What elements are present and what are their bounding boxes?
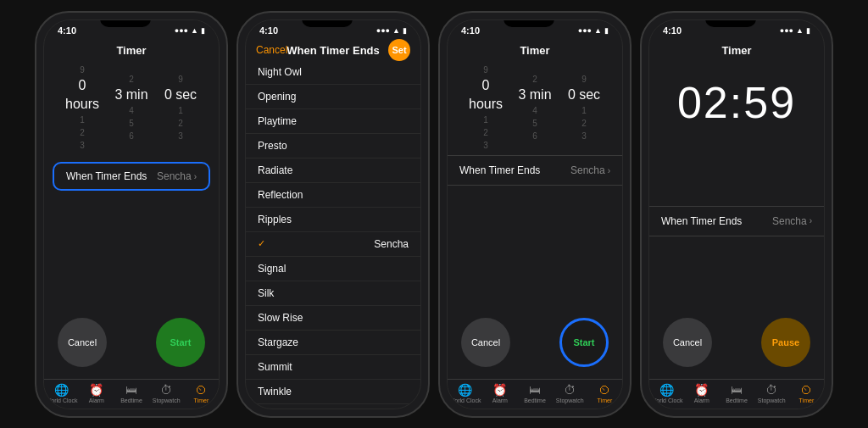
list-item-ripples[interactable]: Ripples (246, 208, 420, 232)
phone-4: 4:10 ●●● ▲ ▮ Timer 02:59 When Timer Ends… (640, 11, 833, 418)
tab-alarm-3[interactable]: ⏰ Alarm (482, 383, 517, 403)
status-bar-1: 4:10 ●●● ▲ ▮ (44, 20, 219, 39)
stopwatch-icon-4: ⏱ (765, 383, 777, 397)
battery-icon-4: ▮ (806, 26, 810, 35)
tab-timer-1[interactable]: ⏲ Timer (184, 383, 219, 403)
tab-bedtime-3[interactable]: 🛏 Bedtime (517, 383, 552, 403)
battery-icon-3: ▮ (604, 26, 609, 35)
phones-container: 4:10 ●●● ▲ ▮ Timer 9 0 hours 1 2 3 (0, 0, 868, 428)
timer-ends-row-1[interactable]: When Timer Ends Sencha › (53, 162, 210, 191)
list-item-night-owl[interactable]: Night Owl (246, 60, 420, 85)
list-item-reflection[interactable]: Reflection (246, 183, 420, 208)
buttons-area-1: Cancel Start (44, 306, 219, 379)
buttons-area-4: Cancel Pause (649, 306, 824, 379)
tab-stopwatch-3[interactable]: ⏱ Stopwatch (553, 383, 587, 403)
tab-alarm-4[interactable]: ⏰ Alarm (684, 383, 719, 403)
tab-alarm-label-3: Alarm (492, 397, 508, 403)
world-clock-icon-4: 🌐 (659, 383, 674, 397)
status-icons-3: ●●● ▲ ▮ (578, 26, 609, 35)
tab-stopwatch-1[interactable]: ⏱ Stopwatch (149, 383, 184, 403)
cancel-button-4[interactable]: Cancel (663, 318, 712, 367)
timer-ends-row-3[interactable]: When Timer Ends Sencha › (448, 155, 622, 186)
tab-bar-1: 🌐 World Clock ⏰ Alarm 🛏 Bedtime ⏱ Stopwa… (44, 379, 219, 409)
bedtime-icon-4: 🛏 (731, 383, 743, 397)
alarm-icon-4: ⏰ (694, 383, 709, 397)
cancel-button-3[interactable]: Cancel (461, 318, 510, 367)
chevron-icon-4: › (810, 216, 812, 225)
nav-cancel-2[interactable]: Cancel (256, 44, 287, 56)
world-clock-icon-3: 🌐 (458, 383, 472, 397)
timer-icon-1: ⏲ (195, 383, 207, 397)
tab-alarm-1[interactable]: ⏰ Alarm (79, 383, 114, 403)
list-item-uplift[interactable]: Uplift (246, 404, 420, 409)
bedtime-icon-3: 🛏 (529, 383, 541, 397)
chevron-icon-3: › (608, 166, 610, 175)
list-item-presto[interactable]: Presto (246, 134, 420, 158)
list-item-signal[interactable]: Signal (246, 257, 420, 281)
stopwatch-icon-3: ⏱ (564, 383, 576, 397)
wifi-icon-3: ▲ (594, 26, 602, 35)
picker-col-hours-1[interactable]: 9 0 hours 1 2 3 (61, 64, 103, 153)
list-item-stargaze[interactable]: Stargaze (246, 331, 420, 355)
list-item-sencha[interactable]: ✓ Sencha (246, 232, 420, 257)
timer-ends-value-3: Sencha › (570, 164, 610, 176)
status-time-4: 4:10 (663, 25, 682, 36)
tab-bedtime-4[interactable]: 🛏 Bedtime (719, 383, 754, 403)
phone-3: 4:10 ●●● ▲ ▮ Timer 9 0 hours 1 2 3 (438, 11, 632, 418)
list-item-silk[interactable]: Silk (246, 281, 420, 306)
battery-icon: ▮ (201, 26, 205, 35)
list-area-2: Night Owl Opening Playtime Presto Radiat… (246, 60, 420, 409)
tab-stopwatch-label-1: Stopwatch (153, 397, 181, 403)
buttons-area-3: Cancel Start (448, 306, 622, 379)
status-icons-2: ●●● ▲ ▮ (376, 26, 407, 35)
status-icons-1: ●●● ▲ ▮ (175, 26, 205, 35)
list-item-slow-rise[interactable]: Slow Rise (246, 306, 420, 331)
status-time-2: 4:10 (259, 25, 278, 36)
start-button-3[interactable]: Start (559, 318, 609, 367)
tab-world-clock-4[interactable]: 🌐 World Clock (649, 383, 684, 403)
cancel-button-1[interactable]: Cancel (58, 318, 107, 367)
picker-1[interactable]: 9 0 hours 1 2 3 2 3 min 4 5 6 9 0 sec 1 (44, 60, 219, 156)
timer-ends-value-4: Sencha › (772, 215, 812, 227)
phone-1: 4:10 ●●● ▲ ▮ Timer 9 0 hours 1 2 3 (35, 11, 228, 418)
tab-timer-4[interactable]: ⏲ Timer (789, 383, 824, 403)
tab-world-clock-1[interactable]: 🌐 World Clock (44, 383, 79, 403)
status-icons-4: ●●● ▲ ▮ (780, 26, 810, 35)
list-item-summit[interactable]: Summit (246, 355, 420, 380)
picker-3[interactable]: 9 0 hours 1 2 3 2 3 min 4 5 6 9 0 sec 1 (448, 60, 622, 156)
notch-4 (705, 19, 756, 27)
check-icon-sencha: ✓ (258, 238, 265, 249)
battery-icon-2: ▮ (403, 26, 407, 35)
picker-col-min-3[interactable]: 2 3 min 4 5 6 (514, 73, 556, 142)
signal-icon-2: ●●● (376, 26, 390, 35)
nav-bar-2: Cancel When Timer Ends Set (246, 39, 420, 60)
list-item-playtime[interactable]: Playtime (246, 109, 420, 134)
list-item-radiate[interactable]: Radiate (246, 158, 420, 183)
tab-stopwatch-4[interactable]: ⏱ Stopwatch (754, 383, 789, 403)
wifi-icon-2: ▲ (392, 26, 400, 35)
tab-timer-3[interactable]: ⏲ Timer (587, 383, 622, 403)
picker-col-sec-3[interactable]: 9 0 sec 1 2 3 (563, 73, 605, 142)
tab-bedtime-1[interactable]: 🛏 Bedtime (114, 383, 148, 403)
timer-display-4: 02:59 (649, 60, 824, 136)
tab-world-clock-3[interactable]: 🌐 World Clock (448, 383, 482, 403)
tab-world-clock-label-3: World Clock (449, 397, 481, 403)
pause-button-4[interactable]: Pause (761, 318, 810, 367)
picker-col-min-1[interactable]: 2 3 min 4 5 6 (110, 73, 153, 142)
picker-col-sec-1[interactable]: 9 0 sec 1 2 3 (159, 73, 202, 142)
notch-1 (100, 19, 151, 27)
tab-bedtime-label-3: Bedtime (524, 397, 546, 403)
alarm-icon-3: ⏰ (492, 383, 507, 397)
picker-col-hours-3[interactable]: 9 0 hours 1 2 3 (465, 64, 507, 153)
start-button-1[interactable]: Start (156, 318, 205, 367)
list-item-opening[interactable]: Opening (246, 85, 420, 109)
bedtime-icon-1: 🛏 (125, 383, 137, 397)
nav-set-2[interactable]: Set (388, 39, 410, 61)
tab-timer-label-3: Timer (598, 397, 613, 403)
tab-bar-3: 🌐 World Clock ⏰ Alarm 🛏 Bedtime ⏱ Stopwa… (448, 379, 622, 409)
list-item-twinkle[interactable]: Twinkle (246, 380, 420, 404)
timer-ends-row-4[interactable]: When Timer Ends Sencha › (649, 206, 824, 236)
nav-bar-1: Timer (44, 39, 219, 60)
timer-ends-value-1: Sencha › (157, 170, 197, 182)
nav-title-4: Timer (721, 44, 751, 57)
